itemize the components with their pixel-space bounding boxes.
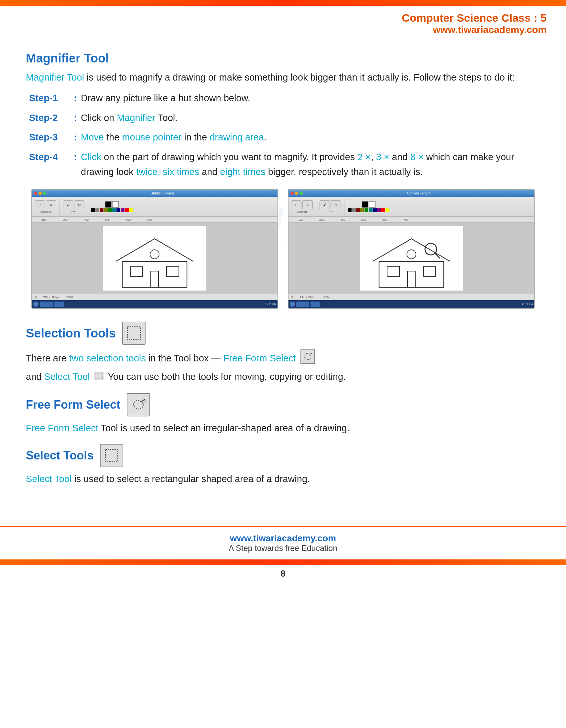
shapes-btn-2[interactable]: ◻	[330, 200, 341, 209]
in-toolbox: in the Tool box —	[149, 353, 224, 364]
selection-title-row: Selection Tools	[26, 322, 540, 345]
paint-canvas-2	[360, 226, 463, 291]
paint-title-1: Untitled - Paint	[49, 191, 276, 195]
svg-rect-15	[95, 373, 103, 379]
magnifier-highlight: Magnifier Tool	[26, 72, 84, 83]
paste-btn-2[interactable]: P	[291, 200, 301, 209]
paint-ruler-2: 100 200 400 500 600 700	[288, 217, 534, 223]
step-2-label: Step-2	[29, 110, 71, 125]
click-word: Click	[81, 152, 101, 162]
selection-section: Selection Tools There are two selection …	[26, 322, 540, 487]
there-are: There are	[26, 353, 69, 364]
status-size: 794 × 394px	[43, 296, 60, 299]
shapes-btn[interactable]: ◻	[74, 200, 84, 209]
close-dot-2	[290, 192, 294, 195]
selecttools-desc: Select Tool is used to select a rectangu…	[26, 471, 540, 487]
svg-point-6	[407, 250, 416, 259]
page-number: 8	[0, 565, 566, 582]
hut-drawing-1	[103, 226, 206, 291]
paint-statusbar-1: Q 794 × 394px 100%	[32, 294, 278, 300]
max-dot	[43, 192, 46, 195]
top-gradient-bar	[0, 0, 566, 6]
2x-word: 2 ×	[357, 152, 371, 162]
status-size-2: 794 × 394px	[300, 296, 316, 299]
freeform-desc: Free Form Select Tool is used to select …	[26, 420, 540, 436]
status-coords: Q	[35, 296, 37, 299]
step-3-row: Step-3 : Move the mouse pointer in the d…	[29, 130, 540, 145]
screenshot-2: Untitled - Paint P S Clipboard 🖌 ◻ To	[288, 189, 535, 309]
drawing-area-word: drawing area	[210, 132, 264, 142]
step-3-colon: :	[71, 130, 81, 145]
paste-btn[interactable]: P	[35, 200, 45, 209]
footer-tagline: A Step towards free Education	[0, 544, 566, 553]
magnifier-intro: Magnifier Tool is used to magnify a draw…	[26, 70, 540, 85]
step-4-colon: :	[71, 149, 81, 164]
paint-canvas-area-2	[288, 223, 534, 294]
min-dot	[39, 192, 42, 195]
selection-tool-icon-box	[122, 322, 146, 345]
free-form-select-inline: Free Form Select	[223, 353, 295, 364]
selecttool-highlight: Select Tool	[26, 474, 72, 484]
status-coords-2: Q	[291, 296, 293, 299]
paint-titlebar-2: Untitled - Paint	[288, 190, 534, 197]
free-form-icon-inline	[300, 349, 315, 369]
brush-btn[interactable]: 🖌	[63, 200, 73, 209]
svg-rect-3	[130, 266, 143, 277]
footer: www.tiwariacademy.com A Step towards fre…	[0, 526, 566, 556]
svg-rect-5	[379, 261, 444, 287]
header-title: Computer Science Class : 5	[402, 12, 547, 24]
3x-word: 3 ×	[376, 152, 389, 162]
taskbar-item2	[54, 302, 64, 307]
svg-point-1	[150, 250, 159, 259]
paint-toolbar-2: P S Clipboard 🖌 ◻ Tools	[288, 197, 534, 217]
header-url: www.tiwariacademy.com	[402, 24, 547, 35]
mouse-pointer-word: mouse pointer	[122, 132, 182, 142]
svg-rect-0	[122, 261, 187, 287]
freeform-tool-icon-box	[127, 393, 150, 416]
paint-title-2: Untitled - Paint	[305, 191, 532, 195]
svg-line-13	[309, 353, 311, 355]
step-1-colon: :	[71, 91, 81, 105]
selection-para: There are two selection tools in the Too…	[26, 349, 540, 385]
svg-line-14	[311, 353, 312, 355]
svg-rect-18	[105, 449, 118, 462]
select-btn-2[interactable]: S	[302, 200, 313, 209]
freeform-desc-text: Tool is used to select an irregular-shap…	[101, 423, 349, 433]
step-4-row: Step-4 : Click on the part of drawing wh…	[29, 149, 540, 180]
paint-titlebar-1: Untitled - Paint	[32, 190, 278, 197]
clock-2: 11:21 PM	[522, 303, 533, 306]
two-selection-tools: two selection tools	[69, 353, 146, 364]
svg-rect-9	[423, 266, 436, 277]
screenshots-area: Untitled - Paint P S Clipboard 🖌 ◻ To	[26, 189, 540, 309]
step-1-row: Step-1 : Draw any picture like a hut sho…	[29, 91, 540, 105]
selecttools-icon-box	[100, 444, 123, 467]
paint-ruler-1: 100 200 400 500 600 700	[32, 217, 278, 223]
step-2-colon: :	[71, 110, 81, 125]
use-tools-text: You can use both the tools for moving, c…	[108, 371, 346, 382]
status-zoom-2: 100%	[322, 296, 330, 299]
step-4-content: Click on the part of drawing which you w…	[81, 149, 540, 180]
step-2-content: Click on Magnifier Tool.	[81, 110, 540, 125]
header-text-block: Computer Science Class : 5 www.tiwariaca…	[402, 12, 547, 35]
svg-rect-4	[167, 266, 179, 277]
step-3-content: Move the mouse pointer in the drawing ar…	[81, 130, 540, 145]
taskbar-1: 11:21 PM	[32, 300, 278, 308]
clock: 11:21 PM	[265, 303, 276, 306]
selecttools-title: Select Tools	[26, 449, 94, 462]
brush-btn-2[interactable]: 🖌	[319, 200, 330, 209]
magnifier-word: Magnifier	[117, 113, 155, 123]
min-dot-2	[295, 192, 298, 195]
select-btn[interactable]: S	[46, 200, 56, 209]
move-word: Move	[81, 132, 104, 142]
svg-rect-2	[151, 271, 159, 287]
magnifier-title: Magnifier Tool	[26, 51, 540, 65]
svg-line-16	[141, 399, 145, 402]
close-dot	[34, 192, 37, 195]
selecttools-title-row: Select Tools	[26, 444, 540, 467]
select-tools-icon	[104, 447, 120, 464]
status-zoom: 100%	[66, 296, 73, 299]
taskbar-item2-2	[310, 302, 320, 307]
screenshot-1: Untitled - Paint P S Clipboard 🖌 ◻ To	[31, 189, 278, 309]
start-btn	[33, 302, 39, 307]
freeform-title: Free Form Select	[26, 398, 120, 412]
